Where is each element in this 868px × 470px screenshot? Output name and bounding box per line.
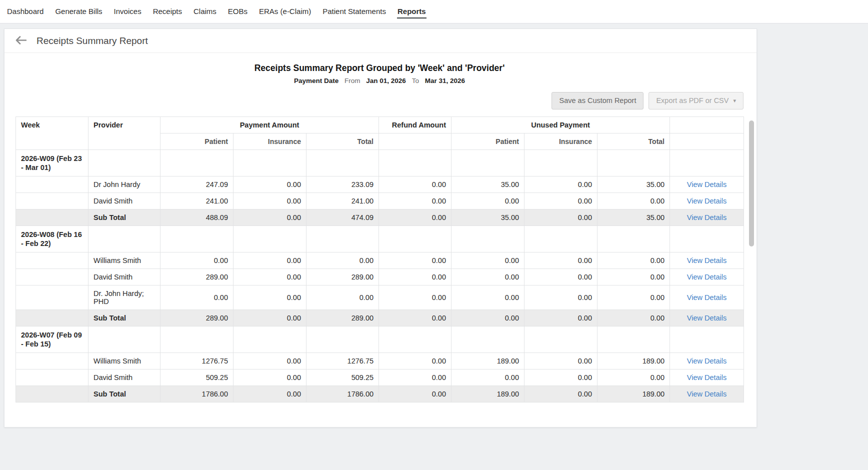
group-empty-cell xyxy=(524,150,598,176)
week-empty-cell xyxy=(16,310,88,326)
group-empty-cell xyxy=(88,226,160,252)
provider-row: David Smith509.250.00509.250.000.000.000… xyxy=(16,370,744,386)
export-pdf-csv-button[interactable]: Export as PDF or CSV ▾ xyxy=(648,92,744,110)
payment-insurance-amount: 0.00 xyxy=(234,252,306,269)
group-empty-cell xyxy=(306,150,379,176)
unused-total-amount: 189.00 xyxy=(598,386,670,402)
view-details-link[interactable]: View Details xyxy=(687,197,727,205)
col-subheader-unused-total: Total xyxy=(598,133,670,150)
nav-item-patient-statements[interactable]: Patient Statements xyxy=(322,4,386,18)
subtotal-label: Sub Total xyxy=(88,310,160,326)
nav-item-invoices[interactable]: Invoices xyxy=(114,4,142,18)
group-empty-cell xyxy=(160,150,234,176)
col-subheader-payment-insurance: Insurance xyxy=(234,133,306,150)
group-empty-cell xyxy=(452,150,524,176)
report-card: Receipts Summary Report Receipts Summary… xyxy=(4,28,757,428)
save-as-custom-report-button[interactable]: Save as Custom Report xyxy=(552,92,644,110)
view-details-link[interactable]: View Details xyxy=(687,390,727,398)
unused-total-amount: 0.00 xyxy=(598,310,670,326)
subtotal-row: Sub Total1786.000.001786.000.00189.000.0… xyxy=(16,386,744,402)
payment-total-amount: 509.25 xyxy=(306,370,379,386)
view-details-link[interactable]: View Details xyxy=(687,214,727,222)
week-empty-cell xyxy=(16,252,88,269)
provider-row: Dr. John Hardy; PHD0.000.000.000.000.000… xyxy=(16,286,744,310)
unused-patient-amount: 0.00 xyxy=(452,370,524,386)
nav-item-receipts[interactable]: Receipts xyxy=(152,4,182,18)
payment-insurance-amount: 0.00 xyxy=(234,310,306,326)
refund-amount: 0.00 xyxy=(379,310,452,326)
view-details-link[interactable]: View Details xyxy=(687,314,727,322)
group-empty-cell xyxy=(234,150,306,176)
col-subheader-refund-empty xyxy=(379,133,452,150)
subtotal-label: Sub Total xyxy=(88,386,160,402)
payment-patient-amount: 241.00 xyxy=(160,192,234,209)
view-details-link[interactable]: View Details xyxy=(687,374,727,382)
view-details-link[interactable]: View Details xyxy=(687,273,727,281)
week-group-row: 2026-W07 (Feb 09 - Feb 15) xyxy=(16,326,744,353)
refund-amount: 0.00 xyxy=(379,192,452,209)
unused-insurance-amount: 0.00 xyxy=(524,252,598,269)
unused-insurance-amount: 0.00 xyxy=(524,386,598,402)
group-empty-cell xyxy=(524,326,598,353)
unused-patient-amount: 189.00 xyxy=(452,386,524,402)
nav-item-eras-e-claim[interactable]: ERAs (e-Claim) xyxy=(258,4,312,18)
unused-patient-amount: 35.00 xyxy=(452,209,524,226)
back-arrow-icon xyxy=(16,36,26,46)
view-details-link[interactable]: View Details xyxy=(687,294,727,302)
week-empty-cell xyxy=(16,176,88,192)
col-subheader-payment-total: Total xyxy=(306,133,379,150)
col-subheader-unused-patient: Patient xyxy=(452,133,524,150)
view-details-cell: View Details xyxy=(670,353,744,370)
nav-item-generate-bills[interactable]: Generate Bills xyxy=(54,4,102,18)
view-details-link[interactable]: View Details xyxy=(687,357,727,365)
week-empty-cell xyxy=(16,209,88,226)
unused-insurance-amount: 0.00 xyxy=(524,353,598,370)
week-empty-cell xyxy=(16,370,88,386)
group-empty-cell xyxy=(670,150,744,176)
payment-insurance-amount: 0.00 xyxy=(234,286,306,310)
payment-patient-amount: 1276.75 xyxy=(160,353,234,370)
group-empty-cell xyxy=(160,226,234,252)
payment-insurance-amount: 0.00 xyxy=(234,386,306,402)
to-date-value: Mar 31, 2026 xyxy=(425,77,465,84)
group-empty-cell xyxy=(452,226,524,252)
group-empty-cell xyxy=(670,326,744,353)
provider-row: David Smith289.000.00289.000.000.000.000… xyxy=(16,269,744,286)
refund-amount: 0.00 xyxy=(379,176,452,192)
week-group-row: 2026-W08 (Feb 16 - Feb 22) xyxy=(16,226,744,252)
unused-total-amount: 35.00 xyxy=(598,176,670,192)
vertical-scrollbar-thumb[interactable] xyxy=(749,120,754,246)
from-label: From xyxy=(344,77,360,84)
group-empty-cell xyxy=(160,326,234,353)
unused-insurance-amount: 0.00 xyxy=(524,176,598,192)
provider-name: Williams Smith xyxy=(88,252,160,269)
unused-patient-amount: 0.00 xyxy=(452,310,524,326)
week-group-label: 2026-W09 (Feb 23 - Mar 01) xyxy=(16,150,88,176)
refund-amount: 0.00 xyxy=(379,286,452,310)
unused-patient-amount: 0.00 xyxy=(452,252,524,269)
view-details-link[interactable]: View Details xyxy=(687,256,727,264)
nav-item-eobs[interactable]: EOBs xyxy=(228,4,248,18)
export-button-label: Export as PDF or CSV xyxy=(656,96,728,105)
view-details-cell: View Details xyxy=(670,310,744,326)
col-header-payment-amount: Payment Amount xyxy=(160,116,379,133)
group-empty-cell xyxy=(88,150,160,176)
group-empty-cell xyxy=(306,326,379,353)
group-empty-cell xyxy=(379,326,452,353)
week-empty-cell xyxy=(16,386,88,402)
payment-patient-amount: 509.25 xyxy=(160,370,234,386)
payment-patient-amount: 289.00 xyxy=(160,269,234,286)
payment-total-amount: 241.00 xyxy=(306,192,379,209)
week-empty-cell xyxy=(16,286,88,310)
nav-item-claims[interactable]: Claims xyxy=(193,4,217,18)
view-details-link[interactable]: View Details xyxy=(687,180,727,188)
report-body: Receipts Summary Report Grouped by 'Week… xyxy=(4,53,744,402)
provider-name: David Smith xyxy=(88,192,160,209)
nav-item-dashboard[interactable]: Dashboard xyxy=(6,4,44,18)
unused-total-amount: 0.00 xyxy=(598,370,670,386)
payment-total-amount: 1276.75 xyxy=(306,353,379,370)
back-button[interactable] xyxy=(14,35,28,47)
nav-item-reports[interactable]: Reports xyxy=(397,4,426,18)
view-details-cell: View Details xyxy=(670,209,744,226)
view-details-cell: View Details xyxy=(670,176,744,192)
